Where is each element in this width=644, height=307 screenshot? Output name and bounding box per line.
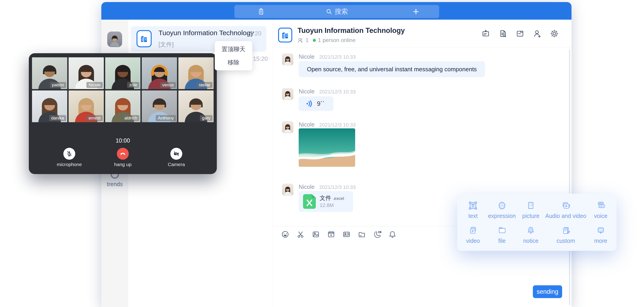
sender-avatar[interactable] (282, 53, 294, 65)
panel-item-picture[interactable]: picture (516, 197, 545, 222)
send-button[interactable]: sending (533, 285, 562, 298)
message-time: 2021/12/3 10:33 (319, 89, 356, 95)
file-name: 文件 (320, 195, 331, 201)
menu-item-pin-chat[interactable]: 置顶聊天 (215, 42, 252, 56)
microphone-mute-button[interactable] (63, 148, 75, 160)
search-icon (326, 8, 332, 15)
member-count: 1 (306, 37, 308, 43)
file-extension: .excel (333, 196, 344, 201)
image-icon[interactable] (311, 230, 320, 239)
video-tile: gary (178, 90, 214, 122)
voice-wave-icon (306, 100, 313, 108)
my-avatar[interactable] (107, 31, 122, 47)
screenshot-scissors-icon[interactable] (296, 230, 305, 239)
panel-item-voice[interactable]: voice (586, 197, 615, 222)
conversation-title: Tuoyun Information Technology (158, 29, 254, 37)
video-icon (468, 225, 478, 236)
camera-label: Camera (157, 162, 196, 167)
online-dot (313, 39, 316, 42)
group-avatar-icon (278, 28, 292, 42)
video-clapper-icon[interactable] (326, 230, 336, 239)
audio-video-icon (560, 200, 571, 211)
top-bar: 搜索 + (101, 2, 572, 20)
file-size: 12.8M (320, 202, 334, 208)
conversation-preview: [文件] (158, 40, 174, 48)
panel-item-expression[interactable]: expression (487, 197, 516, 222)
excel-file-icon (303, 194, 316, 209)
image-message[interactable] (299, 128, 355, 167)
call-records-icon[interactable] (257, 7, 265, 16)
menu-item-remove[interactable]: 移除 (215, 56, 252, 69)
call-timer: 10:00 (29, 137, 217, 144)
message-type-panel: text expression picture Audio and video … (457, 194, 616, 251)
video-tile: danika (32, 90, 67, 122)
video-tile: ernest (68, 90, 104, 122)
video-tile: zole (105, 57, 140, 89)
participant-name: danika (49, 115, 66, 121)
video-tile: Nicole (68, 57, 104, 89)
search-input[interactable]: 搜索 + (234, 5, 439, 18)
file-message-card[interactable]: 文件 .excel 12.8M (299, 191, 353, 212)
call-icon[interactable] (372, 230, 382, 239)
sender-avatar[interactable] (282, 184, 294, 196)
file-folder-icon (497, 225, 507, 236)
hang-up-icon (120, 151, 126, 157)
participant-name: ernest (86, 115, 103, 121)
video-tile: patton (32, 57, 67, 89)
camera-toggle-button[interactable] (170, 148, 182, 160)
text-message-bubble: Open source, free, and universal instant… (299, 61, 485, 77)
page: 搜索 + trends Tuoyun Information Technolog… (0, 0, 644, 307)
panel-item-file[interactable]: file (487, 222, 516, 247)
message-time: 2021/12/3 10:33 (319, 122, 356, 128)
sender-name: Nicole (299, 53, 314, 60)
participant-name: stellar (197, 82, 212, 88)
mic-off-icon (66, 151, 72, 157)
chat-history-search-icon[interactable] (498, 29, 508, 38)
trends-label: trends (101, 181, 128, 188)
settings-gear-icon[interactable] (550, 29, 559, 38)
message-time: 2021/12/3 10:33 (319, 184, 356, 190)
add-member-icon[interactable] (532, 29, 542, 38)
picture-icon (526, 200, 536, 211)
panel-item-audio-video[interactable]: Audio and video (545, 197, 586, 222)
contact-card-icon[interactable] (342, 230, 351, 239)
files-icon[interactable] (515, 29, 525, 38)
conversation-context-menu: 置顶聊天 移除 (215, 41, 252, 70)
folder-icon[interactable] (357, 230, 366, 239)
panel-item-custom[interactable]: custom (545, 222, 586, 247)
sender-avatar[interactable] (282, 121, 294, 133)
participant-name: venus (160, 82, 176, 88)
expression-icon (497, 200, 507, 211)
sender-avatar[interactable] (282, 88, 294, 100)
announcement-icon[interactable] (481, 29, 490, 38)
participant-name: Anthony (156, 115, 176, 121)
notice-bell-icon (526, 225, 536, 236)
participant-name: Nicole (86, 82, 103, 88)
voice-icon (596, 200, 606, 211)
custom-doc-icon (560, 225, 571, 236)
sender-name: Nicole (299, 121, 314, 128)
emoji-icon[interactable] (280, 230, 290, 239)
members-icon (298, 37, 304, 43)
chat-scrollbar[interactable] (569, 49, 570, 305)
video-call-panel: patton Nicole zole venus stellar danika … (29, 53, 217, 174)
participant-name: patton (50, 82, 66, 88)
sender-name: Nicole (299, 184, 314, 190)
video-tile: venus (142, 57, 177, 89)
panel-item-video[interactable]: video (458, 222, 487, 247)
search-placeholder: 搜索 (335, 7, 348, 16)
notification-bell-icon[interactable] (388, 230, 397, 239)
panel-item-notice[interactable]: notice (516, 222, 545, 247)
panel-item-more[interactable]: more (586, 222, 615, 247)
participant-name: gary (200, 115, 212, 121)
voice-message-bubble[interactable]: 9`` (299, 96, 334, 111)
conversation-time: 15:20 (253, 55, 268, 62)
conversation-time: 15:20 (246, 30, 262, 37)
video-tile: Anthony (142, 90, 177, 122)
sender-name: Nicole (299, 88, 314, 95)
voice-duration: 9`` (317, 100, 324, 107)
hang-up-button[interactable] (117, 148, 129, 160)
participant-name: aldrich (122, 115, 139, 121)
add-button[interactable]: + (413, 5, 419, 17)
panel-item-text[interactable]: text (458, 197, 487, 222)
